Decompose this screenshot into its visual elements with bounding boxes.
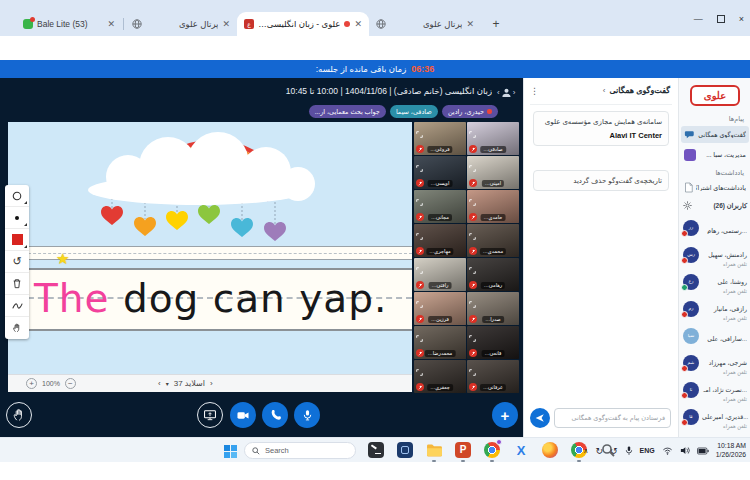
sidebar-item-private-chat[interactable]: مدیریت، سبا ... (681, 146, 749, 163)
browser-tab-4[interactable]: پرتال علوی✕ (369, 12, 481, 36)
expand-icon[interactable] (469, 226, 476, 244)
expand-icon[interactable] (469, 192, 476, 210)
thickness-tool-button[interactable] (5, 207, 29, 229)
close-button[interactable]: × (739, 14, 744, 24)
user-list-item[interactable]: شمشرجی، مهرزادتلفن همراه (679, 349, 750, 376)
previous-slide-button[interactable]: ‹ (158, 379, 161, 388)
webcam-tile[interactable]: عرفانی… (467, 360, 519, 393)
users-toggle-icon[interactable]: ‹ › (497, 85, 517, 99)
expand-icon[interactable] (416, 328, 423, 346)
collapse-chat-icon[interactable]: ‹ (603, 86, 606, 95)
pan-tool-button[interactable] (5, 317, 29, 339)
blue-x-app-icon[interactable]: X (511, 440, 531, 460)
status-pill-1[interactable]: جواب بحث معمایی، ار... (309, 105, 386, 118)
phone-button[interactable] (262, 402, 288, 428)
tab-close-icon[interactable]: ✕ (107, 19, 115, 29)
user-list-item[interactable]: رسرادمنش، سهیلتلفن همراه (679, 241, 750, 268)
webcam-tile[interactable]: صادقی… (467, 122, 519, 155)
webcam-tile[interactable]: محمدرضا… (414, 326, 466, 359)
user-list-item[interactable]: رمرازقی، مانیارتلفن همراه (679, 295, 750, 322)
actions-plus-button[interactable]: + (492, 402, 518, 428)
webcam-tile[interactable]: قانعی… (467, 326, 519, 359)
color-tool-button[interactable] (5, 229, 29, 251)
gear-icon[interactable] (683, 201, 692, 210)
shapes-tool-button[interactable] (5, 185, 29, 207)
webcam-tile[interactable]: جعفری… (414, 360, 466, 393)
screenshare-button[interactable] (197, 402, 223, 428)
taskbar-search[interactable]: Search (244, 442, 356, 459)
expand-icon[interactable] (469, 124, 476, 142)
chat-options-icon[interactable]: ⋮ (530, 86, 539, 96)
webcam-tile[interactable]: مهاجری… (414, 224, 466, 257)
webcam-tile[interactable]: رهامی… (467, 258, 519, 291)
webcam-tile[interactable]: مجانی… (414, 190, 466, 223)
webcam-tile[interactable]: امینی… (467, 156, 519, 189)
raise-hand-button[interactable] (6, 402, 32, 428)
chat-message-input[interactable]: فرستادن پیام به گفت‌وگوی همگانی (554, 408, 671, 428)
status-pill-2[interactable]: صادقی، سیما (390, 105, 438, 118)
chat-header[interactable]: ‹ گفت‌وگوی همگانی (603, 86, 670, 95)
clear-tool-button[interactable] (5, 273, 29, 295)
undo-tool-button[interactable]: ↺ (5, 251, 29, 273)
wifi-icon[interactable] (662, 446, 673, 455)
webcam-tile[interactable]: محمدی… (467, 224, 519, 257)
webcam-tile[interactable]: اویسی… (414, 156, 466, 189)
terminal-app-icon[interactable] (366, 440, 386, 460)
camera-button[interactable] (230, 402, 256, 428)
user-list-item[interactable]: رعروشنا، علیتلفن همراه (679, 268, 750, 295)
minimize-button[interactable]: — (694, 14, 703, 24)
expand-icon[interactable] (416, 226, 423, 244)
update-icon[interactable]: ↺ (610, 446, 618, 456)
firefox-icon[interactable] (540, 440, 560, 460)
user-list-item[interactable]: سباسارافی، علی... (679, 322, 750, 349)
file-explorer-icon[interactable] (424, 440, 444, 460)
start-button[interactable] (224, 444, 237, 462)
expand-icon[interactable] (469, 158, 476, 176)
expand-icon[interactable] (416, 260, 423, 278)
webcam-tile[interactable]: حامدی… (467, 190, 519, 223)
expand-icon[interactable] (469, 362, 476, 380)
sync-icon[interactable]: ↻ (595, 446, 603, 456)
new-tab-button[interactable]: + (489, 17, 503, 31)
send-message-button[interactable] (530, 408, 550, 428)
tab-close-icon[interactable]: ✕ (466, 19, 474, 29)
tray-microphone-icon[interactable] (625, 446, 633, 456)
expand-icon[interactable] (469, 294, 476, 312)
tab-close-icon[interactable]: ✕ (222, 19, 230, 29)
webcam-tile[interactable]: فرزین… (414, 292, 466, 325)
slide-select-caret[interactable]: ▾ (166, 380, 169, 387)
zoom-in-button[interactable]: + (26, 378, 37, 389)
webcam-tile[interactable]: رافتی… (414, 258, 466, 291)
navy-app-icon[interactable] (395, 440, 415, 460)
language-indicator[interactable]: ENG (640, 447, 655, 454)
browser-tab-2[interactable]: پرتال علوی✕ (125, 12, 237, 36)
chrome-icon[interactable] (482, 440, 502, 460)
browser-tab-1[interactable]: Bale Lite (53)✕ (16, 12, 122, 36)
microphone-button[interactable] (294, 402, 320, 428)
zoom-out-button[interactable]: − (65, 378, 76, 389)
browser-tab-3[interactable]: ععلوی - زبان انگلیسی اعلام ...✕ (237, 12, 369, 36)
expand-icon[interactable] (469, 260, 476, 278)
user-list-item[interactable]: قاقدیری، امیرعلی...تلفن همراه (679, 403, 750, 430)
user-list-item[interactable]: نانصرت نژاد، امـ...تلفن همراه (679, 376, 750, 403)
user-list-item[interactable]: رررستمی، رهام... (679, 214, 750, 241)
expand-icon[interactable] (416, 192, 423, 210)
expand-icon[interactable] (416, 294, 423, 312)
tray-chevron-icon[interactable]: ∧ (583, 447, 588, 455)
presentation-slide[interactable]: ★ The dog can yap. + 100% − ‹ ▾ اسلاید 3… (8, 122, 412, 392)
webcam-tile[interactable]: صدرا… (467, 292, 519, 325)
expand-icon[interactable] (469, 328, 476, 346)
next-slide-button[interactable]: › (210, 379, 213, 388)
expand-icon[interactable] (416, 362, 423, 380)
volume-icon[interactable] (680, 446, 690, 455)
battery-icon[interactable] (697, 447, 709, 455)
draw-tool-button[interactable] (5, 295, 29, 317)
tab-close-icon[interactable]: ✕ (354, 19, 362, 29)
powerpoint-icon[interactable]: P (453, 440, 473, 460)
taskbar-clock[interactable]: 10:18 AM 1/26/2026 (716, 442, 746, 459)
sidebar-item-shared-notes[interactable]: یادداشت‌های اشتراکی (681, 179, 749, 196)
status-pill-3[interactable]: حیدری، رادین (442, 105, 498, 118)
expand-icon[interactable] (416, 124, 423, 142)
sidebar-item-public-chat[interactable]: گفت‌وگوی همگانی (681, 126, 749, 143)
webcam-tile[interactable]: فروغی… (414, 122, 466, 155)
